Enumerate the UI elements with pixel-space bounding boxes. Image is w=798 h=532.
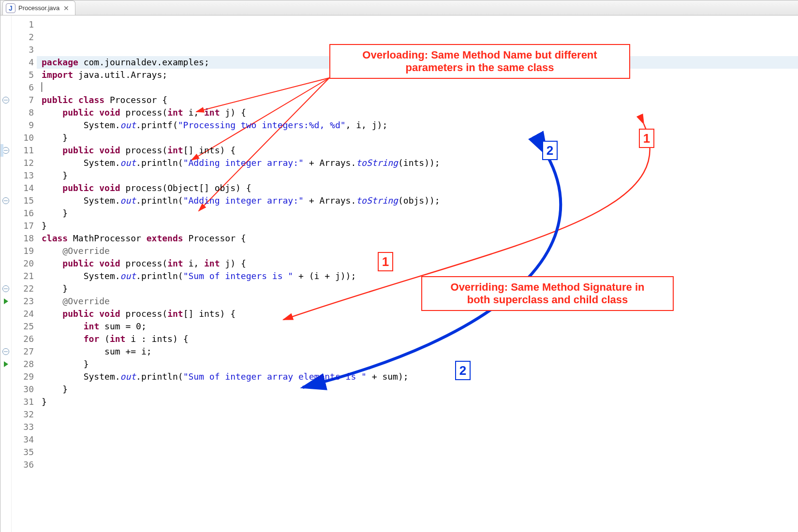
code-line[interactable]: public void process(Object[] objs) { [42, 182, 798, 194]
line-number-gutter: 1234567891011121314151617181920212223242… [12, 15, 37, 532]
line-number: 26 [12, 333, 34, 345]
line-number: 28 [12, 358, 34, 370]
line-number: 1 [12, 18, 34, 31]
code-area: 1234567891011121314151617181920212223242… [0, 15, 798, 532]
code-line[interactable]: } [42, 169, 798, 182]
code-line[interactable]: } [42, 132, 798, 144]
override-marker-icon[interactable] [4, 361, 8, 367]
line-number: 21 [12, 270, 34, 282]
code-line[interactable]: int sum = 0; [42, 320, 798, 333]
line-number: 33 [12, 421, 34, 433]
code-line[interactable]: public void process(int i, int j) { [42, 257, 798, 270]
code-line[interactable]: public void process(int i, int j) { [42, 106, 798, 119]
editor-window: J Processor.java ✕ 123456789101112131415… [0, 0, 798, 532]
tab-title: Processor.java [18, 4, 59, 12]
code-line[interactable]: } [42, 220, 798, 232]
line-number: 12 [12, 157, 34, 169]
line-number: 29 [12, 370, 34, 383]
code-line[interactable]: } [42, 282, 798, 295]
code-line[interactable]: public class Processor { [42, 94, 798, 106]
code-line[interactable]: } [42, 358, 798, 370]
code-line[interactable]: } [42, 207, 798, 220]
line-number: 34 [12, 433, 34, 446]
code-line[interactable]: public void process(int[] ints) { [42, 308, 798, 320]
tab-bar: J Processor.java ✕ [0, 0, 798, 15]
line-number: 35 [12, 446, 34, 458]
line-number: 14 [12, 182, 34, 194]
line-number: 5 [12, 69, 34, 81]
line-number: 4 [12, 56, 34, 69]
line-number: 11 [12, 144, 34, 157]
code-line[interactable]: System.out.println("Adding integer array… [42, 194, 798, 207]
code-line[interactable]: } [42, 383, 798, 396]
fold-toggle-icon[interactable] [2, 97, 9, 103]
line-number: 24 [12, 308, 34, 320]
glyph-margin [0, 15, 12, 532]
fold-toggle-icon[interactable] [2, 147, 9, 154]
line-number: 10 [12, 132, 34, 144]
line-number: 18 [12, 232, 34, 245]
line-number: 36 [12, 458, 34, 471]
code-line[interactable]: for (int i : ints) { [42, 333, 798, 345]
code-line[interactable]: System.out.println("Adding integer array… [42, 157, 798, 169]
code-line[interactable]: } [42, 396, 798, 408]
line-number: 7 [12, 94, 34, 106]
line-number: 15 [12, 194, 34, 207]
code-line[interactable]: @Override [42, 295, 798, 308]
line-number: 20 [12, 257, 34, 270]
line-number: 30 [12, 383, 34, 396]
close-tab-icon[interactable]: ✕ [62, 4, 70, 12]
line-number: 2 [12, 31, 34, 44]
line-number: 25 [12, 320, 34, 333]
fold-toggle-icon[interactable] [2, 285, 9, 292]
fold-toggle-icon[interactable] [2, 197, 9, 204]
code-line[interactable]: sum += i; [42, 345, 798, 358]
code-line[interactable]: System.out.println("Sum of integer array… [42, 370, 798, 383]
code-line[interactable]: System.out.printf("Processing two intege… [42, 119, 798, 132]
line-number: 3 [12, 44, 34, 56]
line-number: 32 [12, 408, 34, 421]
java-file-icon: J [6, 3, 15, 13]
code-editor[interactable]: package com.journaldev.examples;import j… [37, 15, 798, 532]
code-line[interactable]: public void process(int[] ints) { [42, 144, 798, 157]
code-line[interactable] [42, 81, 798, 94]
code-line[interactable]: package com.journaldev.examples; [42, 56, 798, 69]
line-number: 23 [12, 295, 34, 308]
line-number: 31 [12, 396, 34, 408]
line-number: 27 [12, 345, 34, 358]
override-marker-icon[interactable] [4, 298, 8, 304]
change-marker [0, 144, 3, 157]
code-line[interactable]: System.out.println("Sum of integers is "… [42, 270, 798, 282]
code-line[interactable]: @Override [42, 245, 798, 257]
editor-tab-processor[interactable]: J Processor.java ✕ [2, 0, 75, 15]
line-number: 19 [12, 245, 34, 257]
line-number: 17 [12, 220, 34, 232]
line-number: 13 [12, 169, 34, 182]
line-number: 6 [12, 81, 34, 94]
code-line[interactable]: import java.util.Arrays; [42, 69, 798, 81]
line-number: 16 [12, 207, 34, 220]
line-number: 22 [12, 282, 34, 295]
line-number: 8 [12, 106, 34, 119]
fold-toggle-icon[interactable] [2, 348, 9, 355]
code-line[interactable]: class MathProcessor extends Processor { [42, 232, 798, 245]
line-number: 9 [12, 119, 34, 132]
